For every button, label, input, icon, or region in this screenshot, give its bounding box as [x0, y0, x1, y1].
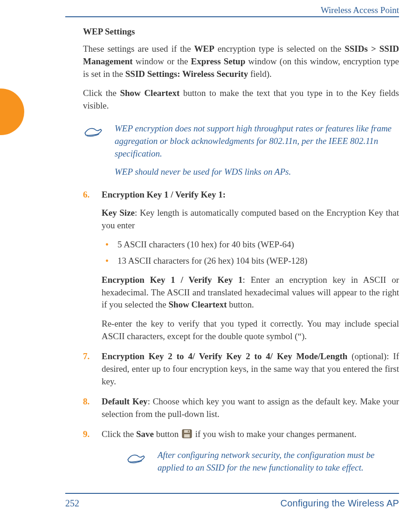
bullet-item: 13 ASCII characters for (26 hex) 104 bit…: [102, 255, 399, 267]
body-content: WEP Settings These settings are used if …: [83, 26, 399, 486]
note-hand-icon: [126, 450, 148, 469]
note-text-1: WEP encryption does not support high thr…: [115, 123, 399, 178]
key-size-label: Key Size: [102, 208, 135, 218]
item-body: Default Key: Choose which key you want t…: [102, 396, 399, 421]
running-header: Wireless Access Point: [321, 5, 399, 15]
text: : Key length is automatically computed b…: [102, 208, 399, 230]
reenter-paragraph: Re-enter the key to verify that you type…: [102, 318, 399, 343]
intro-paragraph-2: Click the Show Cleartext button to make …: [83, 87, 399, 112]
section-heading: WEP Settings: [83, 26, 399, 38]
svg-rect-2: [184, 434, 190, 437]
encryption-key-paragraph: Encryption Key 1 / Verify Key 1: Enter a…: [102, 274, 399, 312]
note-line: WEP should never be used for WDS links o…: [115, 166, 399, 178]
note-line: WEP encryption does not support high thr…: [115, 123, 399, 160]
save-disk-icon: [182, 429, 192, 438]
item-title: Encryption Key 1 / Verify Key 1:: [102, 190, 226, 199]
item-body: Encryption Key 2 to 4/ Verify Key 2 to 4…: [102, 350, 399, 388]
note-block-2: After configuring network security, the …: [102, 449, 399, 474]
show-cleartext-label: Show Cleartext: [120, 88, 179, 98]
note-text-2: After configuring network security, the …: [158, 449, 399, 474]
bullet-item: 5 ASCII characters (10 hex) for 40 bits …: [102, 239, 399, 251]
ssid-settings-field: SSID Settings: Wireless Security: [125, 69, 248, 79]
list-item-8: 8. Default Key: Choose which key you wan…: [83, 396, 399, 421]
text: if you wish to make your changes permane…: [193, 429, 357, 439]
item-body: Click the Save button if you wish to mak…: [102, 429, 357, 439]
save-label: Save: [136, 429, 154, 439]
encryption-key-label: Encryption Key 1 / Verify Key 1: [102, 275, 243, 285]
text: button.: [227, 300, 254, 309]
express-setup: Express Setup: [191, 56, 246, 66]
item-body: Key Size: Key length is automatically co…: [102, 207, 399, 343]
text: encryption type is selected on the: [214, 44, 344, 54]
text: These settings are used if the: [83, 44, 194, 54]
text: button: [154, 429, 181, 439]
text: field).: [248, 69, 272, 79]
list-item-7: 7. Encryption Key 2 to 4/ Verify Key 2 t…: [83, 350, 399, 388]
key-size-paragraph: Key Size: Key length is automatically co…: [102, 207, 399, 232]
side-tab: [0, 89, 24, 135]
bullet-list: 5 ASCII characters (10 hex) for 40 bits …: [102, 239, 399, 267]
item-number: 9.: [83, 428, 90, 441]
intro-paragraph-1: These settings are used if the WEP encry…: [83, 43, 399, 81]
item-title: Encryption Key 2 to 4/ Verify Key 2 to 4…: [102, 351, 347, 361]
page-number: 252: [65, 498, 79, 509]
text: Click the: [102, 429, 136, 439]
text: Click the: [83, 88, 120, 98]
text: window or the: [133, 56, 191, 66]
item-title: Default Key: [102, 396, 148, 406]
header-rule: [65, 16, 399, 17]
svg-rect-1: [184, 430, 190, 433]
list-item-9: 9. Click the Save button if you wish to …: [83, 428, 399, 474]
note-block-1: WEP encryption does not support high thr…: [83, 123, 399, 178]
item-number: 7.: [83, 350, 90, 363]
list-item-6: 6. Encryption Key 1 / Verify Key 1: Key …: [83, 189, 399, 343]
footer-section: Configuring the Wireless AP: [281, 498, 399, 509]
note-line: After configuring network security, the …: [158, 449, 399, 474]
note-hand-icon: [83, 123, 105, 142]
item-number: 6.: [83, 189, 90, 201]
wep-label: WEP: [194, 44, 214, 54]
numbered-list: 6. Encryption Key 1 / Verify Key 1: Key …: [83, 189, 399, 474]
item-number: 8.: [83, 396, 90, 408]
footer-rule: [65, 493, 399, 494]
show-cleartext-label: Show Cleartext: [169, 300, 227, 309]
page: Wireless Access Point WEP Settings These…: [0, 0, 420, 519]
svg-rect-3: [188, 430, 189, 432]
